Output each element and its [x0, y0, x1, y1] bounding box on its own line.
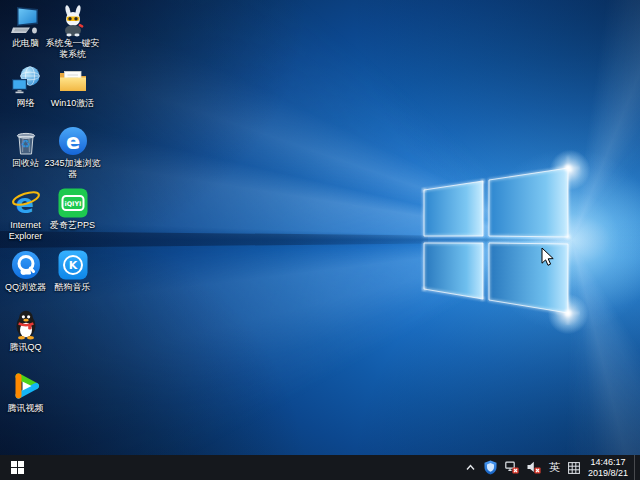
- svg-text:e: e: [65, 130, 79, 154]
- taskbar-clock[interactable]: 14:46:17 2019/8/21: [584, 457, 634, 478]
- touch-keyboard-tray-icon[interactable]: [564, 455, 584, 480]
- tencent-video-icon: [10, 370, 42, 402]
- clock-date: 2019/8/21: [588, 468, 628, 479]
- desktop-icon-network[interactable]: 网络: [2, 65, 49, 109]
- clock-time: 14:46:17: [588, 457, 628, 468]
- chevron-up-icon: [465, 462, 476, 473]
- desktop-icon-label: 酷狗音乐: [44, 282, 101, 293]
- desktop-icon-iqiyi-pps[interactable]: iQIYI 爱奇艺PPS: [49, 187, 96, 231]
- desktop-icon-label: Win10激活: [44, 98, 101, 109]
- network-icon: [10, 65, 42, 97]
- internet-explorer-icon: e: [10, 187, 42, 219]
- desktop-icon-kugou-music[interactable]: K 酷狗音乐: [49, 249, 96, 293]
- hidden-icons-chevron[interactable]: [461, 455, 480, 480]
- shield-icon: [484, 460, 497, 475]
- svg-text:iQIYI: iQIYI: [64, 200, 81, 208]
- desktop-icon-internet-explorer[interactable]: e Internet Explorer: [2, 187, 49, 242]
- windows-start-icon: [11, 461, 24, 474]
- network-disconnected-icon: [505, 461, 519, 474]
- desktop-icon-tencent-qq[interactable]: 腾讯QQ: [2, 309, 49, 353]
- windows-logo-wallpaper: [408, 138, 580, 325]
- rabbit-mascot-icon: [57, 5, 89, 37]
- svg-text:K: K: [68, 259, 77, 272]
- 2345-browser-icon: e: [57, 125, 89, 157]
- mouse-cursor: [541, 247, 555, 267]
- keyboard-grid-icon: [568, 462, 580, 474]
- desktop-icon-label: 系统兔一键安装系统: [44, 38, 101, 60]
- folder-icon: [57, 65, 89, 97]
- desktop-icon-qq-browser[interactable]: QQ浏览器: [2, 249, 49, 293]
- svg-text:♻: ♻: [21, 138, 31, 151]
- volume-tray-icon[interactable]: [523, 455, 545, 480]
- input-language-indicator[interactable]: 英: [545, 455, 564, 480]
- kugou-music-icon: K: [57, 249, 89, 281]
- start-button[interactable]: [0, 455, 34, 480]
- desktop-icon-2345-browser[interactable]: e 2345加速浏览器: [49, 125, 96, 180]
- desktop-icon-win10-activation[interactable]: Win10激活: [49, 65, 96, 109]
- tencent-qq-icon: [10, 309, 42, 341]
- qq-browser-icon: [10, 249, 42, 281]
- show-desktop-button[interactable]: [634, 455, 640, 480]
- windows-desktop: 此电脑 网络 ♻: [0, 0, 640, 480]
- security-shield-tray-icon[interactable]: [480, 455, 501, 480]
- desktop-icon-system-rabbit-installer[interactable]: 系统兔一键安装系统: [49, 5, 96, 60]
- desktop-icon-tencent-video[interactable]: 腾讯视频: [2, 370, 49, 414]
- system-tray: 英 14:46:17 2019/8/21: [461, 455, 640, 480]
- network-status-tray-icon[interactable]: [501, 455, 523, 480]
- desktop-icon-label: 腾讯视频: [0, 403, 54, 414]
- desktop-icon-label: 腾讯QQ: [0, 342, 54, 353]
- taskbar: 英 14:46:17 2019/8/21: [0, 455, 640, 480]
- iqiyi-pps-icon: iQIYI: [57, 187, 89, 219]
- recycle-bin-icon: ♻: [10, 125, 42, 157]
- this-pc-icon: [10, 5, 42, 37]
- desktop-icon-label: 爱奇艺PPS: [44, 220, 101, 231]
- volume-muted-icon: [527, 461, 541, 474]
- desktop-icon-label: 2345加速浏览器: [44, 158, 101, 180]
- desktop-icon-recycle-bin[interactable]: ♻ 回收站: [2, 125, 49, 169]
- desktop-icon-this-pc[interactable]: 此电脑: [2, 5, 49, 49]
